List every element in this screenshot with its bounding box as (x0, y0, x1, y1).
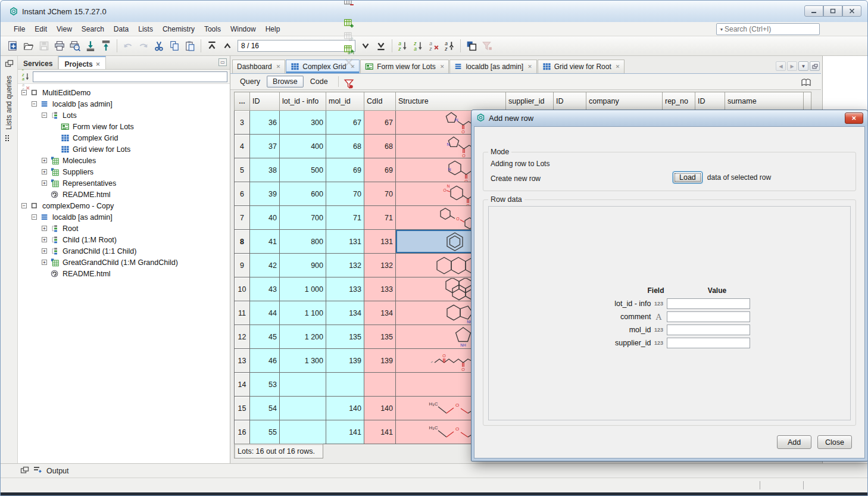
cell-lot-id-info[interactable]: 1 200 (280, 325, 326, 349)
field-value-input[interactable] (667, 311, 750, 322)
delete-row-icon[interactable] (342, 0, 356, 8)
column-header-company[interactable]: company (586, 92, 663, 111)
undo-icon[interactable] (120, 38, 136, 54)
cell-lot-id-info[interactable]: 400 (280, 135, 326, 158)
cell-cdid[interactable]: 140 (364, 397, 396, 420)
document-tab-form-view-for-lots[interactable]: Form view for Lots✕ (360, 60, 449, 73)
tree-item[interactable]: −complexDemo - Copy (21, 200, 229, 211)
cell-id[interactable]: 55 (250, 420, 280, 444)
tree-item[interactable]: +Suppliers (21, 166, 229, 177)
column-header-supplier-id[interactable]: supplier_id (506, 92, 554, 111)
cell-cdid[interactable]: 133 (364, 277, 396, 301)
row-number[interactable]: 3 (235, 111, 250, 135)
cell-lot-id-info[interactable] (280, 420, 326, 444)
close-tab-icon[interactable]: ✕ (527, 64, 532, 70)
go-previous-icon[interactable] (220, 38, 235, 54)
column-header-mol-id[interactable]: mol_id (326, 92, 364, 111)
tree-item[interactable]: +GrandChild (1:1 Child) (21, 245, 229, 257)
menu-search[interactable]: Search (77, 23, 109, 35)
cell-id[interactable]: 38 (250, 158, 280, 182)
close-dialog-button[interactable]: Close (817, 435, 852, 449)
lists-icon[interactable] (5, 135, 13, 144)
cell-mol-id[interactable]: 134 (326, 301, 364, 325)
cell-lot-id-info[interactable]: 800 (280, 230, 326, 254)
open-icon[interactable] (21, 38, 36, 54)
close-tab-icon[interactable]: ✕ (96, 61, 101, 67)
tree-item[interactable]: −MultiEditDemo (21, 87, 229, 98)
row-number[interactable]: 13 (235, 349, 250, 373)
redo-icon[interactable] (136, 38, 151, 54)
cell-lot-id-info[interactable]: 1 000 (280, 277, 326, 301)
dock-panel-icon[interactable] (5, 60, 14, 70)
column-header-filler[interactable] (804, 92, 811, 111)
add-button[interactable]: Add (777, 435, 811, 449)
minimize-button[interactable] (804, 5, 823, 17)
cell-mol-id[interactable]: 70 (326, 182, 364, 206)
cell-lot-id-info[interactable]: 700 (280, 206, 326, 230)
cell-id[interactable]: 39 (250, 182, 280, 206)
menu-chemistry[interactable]: Chemistry (158, 23, 199, 35)
dock-window-icon[interactable] (20, 466, 29, 476)
field-value-input[interactable] (667, 338, 750, 348)
expand-icon[interactable]: + (42, 169, 47, 174)
document-tab-localdb-as-admin-[interactable]: localdb [as admin]✕ (449, 60, 536, 73)
tree-item[interactable]: README.html (21, 189, 229, 200)
close-button[interactable] (842, 5, 861, 17)
cell-cdid[interactable] (364, 373, 396, 397)
cell-cdid[interactable]: 141 (364, 420, 396, 444)
load-button[interactable]: Load (673, 171, 702, 183)
go-first-icon[interactable] (204, 38, 220, 54)
column-header-surname[interactable]: surname (725, 92, 804, 111)
cell-id[interactable]: 53 (250, 373, 280, 397)
column-header-id[interactable]: ID (695, 92, 725, 111)
add-ct-row-icon[interactable]: ct (342, 30, 356, 43)
cell-cdid[interactable]: 132 (364, 254, 396, 277)
menu-data[interactable]: Data (109, 23, 133, 35)
maximize-button[interactable] (823, 5, 842, 17)
column-header-cdid[interactable]: CdId (364, 92, 396, 111)
search-dropdown-icon[interactable]: ▾ (720, 27, 723, 32)
mode-button-query[interactable]: Query (234, 76, 266, 88)
row-number[interactable]: 8 (235, 230, 250, 254)
go-last-icon[interactable] (373, 38, 389, 54)
cell-cdid[interactable]: 134 (364, 301, 396, 325)
collapse-icon[interactable]: − (32, 214, 37, 220)
row-number[interactable]: 6 (235, 182, 250, 206)
cell-id[interactable]: 45 (250, 325, 280, 349)
cell-id[interactable]: 43 (250, 277, 280, 301)
export-icon[interactable] (98, 38, 114, 54)
cell-lot-id-info[interactable]: 900 (280, 254, 326, 277)
cell-cdid[interactable]: 68 (364, 135, 396, 158)
query-filter-icon[interactable] (342, 77, 356, 91)
cell-lot-id-info[interactable]: 600 (280, 182, 326, 206)
new-form-icon[interactable] (5, 38, 21, 54)
cell-lot-id-info[interactable]: 300 (280, 111, 326, 135)
close-tab-icon[interactable]: ✕ (616, 64, 620, 70)
row-number[interactable]: 11 (235, 301, 250, 325)
cell-cdid[interactable]: 67 (364, 111, 396, 135)
scroll-tabs-right-icon[interactable]: ▶ (787, 61, 797, 71)
row-number[interactable]: 10 (235, 277, 250, 301)
mode-button-browse[interactable]: Browse (267, 76, 304, 88)
search-input[interactable] (725, 25, 817, 33)
manage-views-icon[interactable] (464, 38, 479, 54)
close-tab-icon[interactable]: ✕ (440, 64, 445, 70)
menu-help[interactable]: Help (261, 23, 285, 35)
copy-icon[interactable] (167, 38, 182, 54)
menu-tools[interactable]: Tools (199, 23, 226, 35)
tree-item[interactable]: Form view for Lots (21, 121, 229, 132)
add-child-row-icon[interactable] (342, 17, 356, 30)
cell-cdid[interactable]: 70 (364, 182, 396, 206)
tree-item[interactable]: +GreatGrandChild (1:M GrandChild) (21, 257, 229, 268)
output-bar[interactable]: Output (1, 463, 867, 478)
cell-mol-id[interactable]: 71 (326, 206, 364, 230)
document-tab-dashboard[interactable]: Dashboard✕ (232, 60, 285, 73)
row-number[interactable]: 9 (235, 254, 250, 277)
sort-descending-icon[interactable]: za (411, 38, 426, 54)
book-icon[interactable] (799, 76, 813, 89)
save-icon[interactable] (36, 38, 52, 54)
column-header-id[interactable]: ID (250, 92, 280, 111)
cell-id[interactable]: 42 (250, 254, 280, 277)
cell-id[interactable]: 54 (250, 397, 280, 420)
cell-cdid[interactable]: 69 (364, 158, 396, 182)
